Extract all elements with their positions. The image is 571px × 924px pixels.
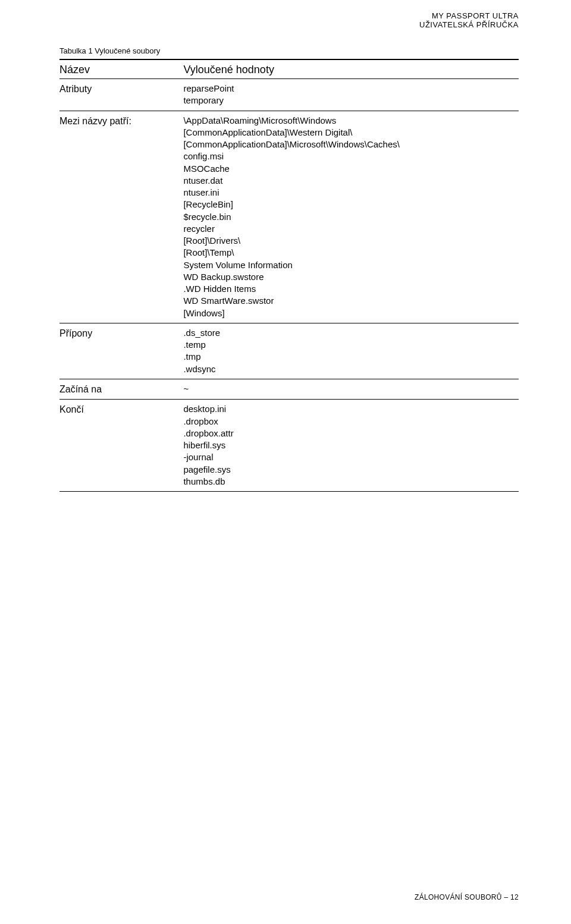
value-line: WD SmartWare.swstor — [183, 295, 519, 307]
value-line: .dropbox.attr — [183, 428, 519, 439]
value-line: WD Backup.swstore — [183, 271, 519, 283]
value-line: ntuser.ini — [183, 187, 519, 199]
row-label: Končí — [59, 400, 183, 492]
doc-title-line1: MY PASSPORT ULTRA — [419, 12, 519, 21]
value-line: .wdsync — [183, 363, 519, 375]
value-line: pagefile.sys — [183, 464, 519, 476]
value-line: ntuser.dat — [183, 175, 519, 187]
value-line: MSOCache — [183, 163, 519, 175]
table-row: Mezi názvy patří:\AppData\Roaming\Micros… — [59, 111, 519, 323]
value-line: .WD Hidden Items — [183, 283, 519, 295]
value-line: [RecycleBin] — [183, 199, 519, 210]
doc-title-line2: UŽIVATELSKÁ PŘÍRUČKA — [419, 21, 519, 30]
page: MY PASSPORT ULTRA UŽIVATELSKÁ PŘÍRUČKA T… — [0, 0, 571, 924]
table-row: Začíná na~ — [59, 379, 519, 400]
value-line: desktop.ini — [183, 403, 519, 415]
value-line: [Windows] — [183, 307, 519, 319]
value-line: .tmp — [183, 351, 519, 363]
row-label: Začíná na — [59, 379, 183, 400]
value-line: reparsePoint — [183, 83, 519, 95]
row-values: \AppData\Roaming\Microsoft\Windows[Commo… — [183, 111, 519, 323]
row-values: .ds_store.temp.tmp.wdsync — [183, 323, 519, 379]
value-line: thumbs.db — [183, 476, 519, 488]
row-label: Přípony — [59, 323, 183, 379]
value-line: -journal — [183, 451, 519, 463]
table-row: Končídesktop.ini.dropbox.dropbox.attrhib… — [59, 400, 519, 492]
excluded-files-table: Název Vyloučené hodnoty AtributyreparseP… — [59, 59, 519, 492]
table-caption: Tabulka 1 Vyloučené soubory — [59, 46, 519, 55]
value-line: .temp — [183, 339, 519, 351]
row-values: ~ — [183, 379, 519, 400]
table-row: Přípony.ds_store.temp.tmp.wdsync — [59, 323, 519, 379]
table-header-row: Název Vyloučené hodnoty — [59, 59, 519, 79]
value-line: [CommonApplicationData]\Western Digital\ — [183, 127, 519, 139]
value-line: [CommonApplicationData]\Microsoft\Window… — [183, 139, 519, 150]
page-footer: ZÁLOHOVÁNÍ SOUBORŮ – 12 — [415, 893, 519, 901]
row-label: Mezi názvy patří: — [59, 111, 183, 323]
doc-header: MY PASSPORT ULTRA UŽIVATELSKÁ PŘÍRUČKA — [419, 12, 519, 30]
value-line: hiberfil.sys — [183, 439, 519, 451]
value-line: [Root]\Temp\ — [183, 247, 519, 259]
value-line: .ds_store — [183, 327, 519, 339]
value-line: $recycle.bin — [183, 211, 519, 223]
row-values: desktop.ini.dropbox.dropbox.attrhiberfil… — [183, 400, 519, 492]
table-row: AtributyreparsePointtemporary — [59, 79, 519, 111]
value-line: recycler — [183, 223, 519, 235]
col-header-name: Název — [59, 59, 183, 79]
value-line: [Root]\Drivers\ — [183, 235, 519, 247]
row-label: Atributy — [59, 79, 183, 111]
value-line: \AppData\Roaming\Microsoft\Windows — [183, 115, 519, 127]
col-header-values: Vyloučené hodnoty — [183, 59, 519, 79]
value-line: config.msi — [183, 150, 519, 162]
value-line: System Volume Information — [183, 259, 519, 271]
value-line: .dropbox — [183, 416, 519, 428]
value-line: temporary — [183, 95, 519, 106]
value-line: ~ — [183, 383, 519, 395]
row-values: reparsePointtemporary — [183, 79, 519, 111]
